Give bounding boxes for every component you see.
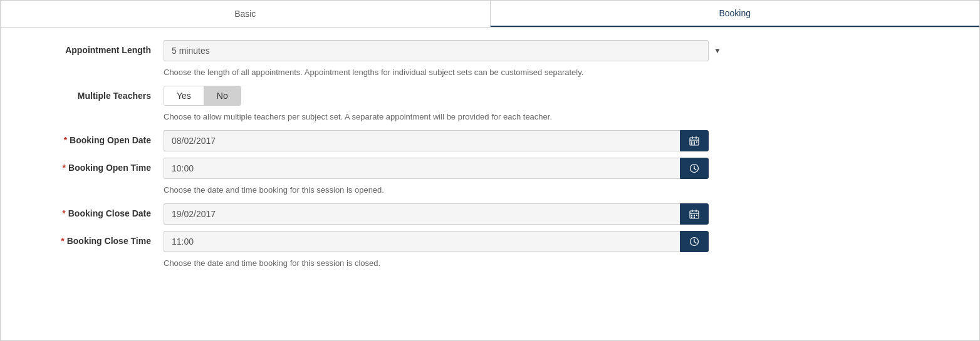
appointment-length-select-wrapper: 5 minutes 10 minutes 15 minutes 20 minut… xyxy=(164,40,727,61)
booking-open-time-input-group xyxy=(164,158,709,179)
booking-open-date-calendar-button[interactable] xyxy=(680,130,709,151)
booking-close-date-input[interactable] xyxy=(164,203,680,225)
calendar-icon xyxy=(689,136,699,146)
svg-rect-18 xyxy=(696,215,697,216)
svg-line-23 xyxy=(694,242,696,243)
clock-icon xyxy=(689,163,699,173)
multiple-teachers-field: Yes No xyxy=(164,86,727,106)
page-wrapper: Basic Booking Appointment Length 5 minut… xyxy=(0,0,980,341)
multiple-teachers-label: Multiple Teachers xyxy=(26,86,164,101)
booking-close-time-hint: Choose the date and time booking for thi… xyxy=(26,258,954,268)
svg-rect-8 xyxy=(694,143,695,145)
svg-line-11 xyxy=(694,169,696,170)
booking-open-date-input[interactable] xyxy=(164,130,680,151)
svg-rect-7 xyxy=(691,143,692,145)
form-content: Appointment Length 5 minutes 10 minutes … xyxy=(1,28,979,295)
booking-close-date-section: *Booking Close Date xyxy=(26,203,954,225)
calendar-icon-2 xyxy=(689,209,699,219)
multiple-teachers-toggle-group: Yes No xyxy=(164,86,241,106)
booking-close-date-label: *Booking Close Date xyxy=(26,203,164,218)
multiple-teachers-yes-button[interactable]: Yes xyxy=(164,86,204,105)
clock-icon-2 xyxy=(689,237,699,247)
booking-close-time-input[interactable] xyxy=(164,231,680,252)
booking-close-time-input-group xyxy=(164,231,709,252)
booking-close-time-row: *Booking Close Time xyxy=(26,231,954,252)
booking-open-time-section: *Booking Open Time xyxy=(26,158,954,195)
booking-open-date-input-group xyxy=(164,130,709,151)
booking-open-date-row: *Booking Open Date xyxy=(26,130,954,151)
multiple-teachers-no-button[interactable]: No xyxy=(204,86,241,105)
svg-rect-20 xyxy=(694,216,695,218)
booking-open-time-field xyxy=(164,158,727,179)
appointment-length-field: 5 minutes 10 minutes 15 minutes 20 minut… xyxy=(164,40,727,61)
appointment-length-label: Appointment Length xyxy=(26,40,164,55)
booking-open-date-field xyxy=(164,130,727,151)
booking-open-time-hint: Choose the date and time booking for thi… xyxy=(26,185,954,195)
appointment-length-hint: Choose the length of all appointments. A… xyxy=(26,68,954,77)
booking-close-date-input-group xyxy=(164,203,709,225)
svg-rect-6 xyxy=(696,141,697,143)
appointment-length-section: Appointment Length 5 minutes 10 minutes … xyxy=(26,40,954,77)
booking-close-date-calendar-button[interactable] xyxy=(680,203,709,225)
booking-close-time-clock-button[interactable] xyxy=(680,231,709,252)
booking-open-time-row: *Booking Open Time xyxy=(26,158,954,179)
tabs-bar: Basic Booking xyxy=(1,1,979,28)
tab-basic[interactable]: Basic xyxy=(1,1,490,27)
svg-rect-4 xyxy=(691,141,692,143)
svg-rect-5 xyxy=(694,141,695,143)
tab-booking[interactable]: Booking xyxy=(491,1,980,27)
booking-open-date-section: *Booking Open Date xyxy=(26,130,954,151)
appointment-length-select[interactable]: 5 minutes 10 minutes 15 minutes 20 minut… xyxy=(164,40,709,61)
multiple-teachers-row: Multiple Teachers Yes No xyxy=(26,86,954,106)
booking-open-date-label: *Booking Open Date xyxy=(26,130,164,145)
booking-open-time-input[interactable] xyxy=(164,158,680,179)
multiple-teachers-hint: Choose to allow multiple teachers per su… xyxy=(26,112,954,121)
booking-close-date-row: *Booking Close Date xyxy=(26,203,954,225)
booking-close-date-field xyxy=(164,203,727,225)
booking-close-time-field xyxy=(164,231,727,252)
dropdown-arrow-icon: ▼ xyxy=(714,46,721,55)
svg-rect-16 xyxy=(691,215,692,216)
appointment-length-row: Appointment Length 5 minutes 10 minutes … xyxy=(26,40,954,61)
booking-open-time-clock-button[interactable] xyxy=(680,158,709,179)
booking-close-time-label: *Booking Close Time xyxy=(26,231,164,246)
booking-open-time-label: *Booking Open Time xyxy=(26,158,164,173)
svg-rect-17 xyxy=(694,215,695,216)
booking-close-time-section: *Booking Close Time xyxy=(26,231,954,268)
svg-rect-19 xyxy=(691,216,692,218)
multiple-teachers-section: Multiple Teachers Yes No Choose to allow… xyxy=(26,86,954,121)
